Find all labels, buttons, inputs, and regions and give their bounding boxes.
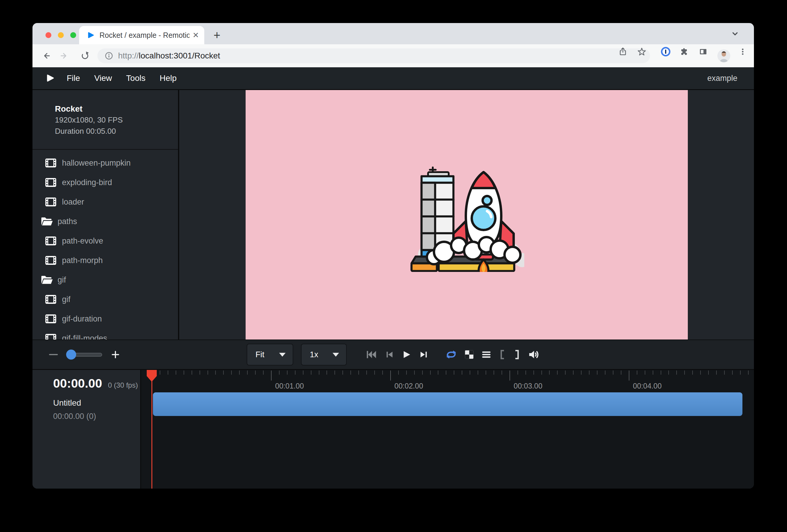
- volume-icon[interactable]: [528, 349, 540, 360]
- playhead-line: [151, 370, 152, 489]
- video-canvas[interactable]: [246, 90, 688, 340]
- sidebar-item-paths[interactable]: paths: [33, 212, 178, 231]
- chevron-down-icon: [279, 353, 286, 357]
- film-icon: [45, 333, 57, 340]
- site-info-icon[interactable]: [105, 51, 113, 60]
- next-frame-icon[interactable]: [419, 349, 429, 360]
- ruler-time-label: 00:02.00: [395, 382, 423, 390]
- timeline-ruler[interactable]: [152, 370, 754, 375]
- remotion-logo-icon[interactable]: [45, 73, 55, 83]
- transport-buttons: [366, 349, 429, 360]
- zoom-slider[interactable]: [67, 353, 102, 357]
- sidebar-item-loader[interactable]: loader: [33, 192, 178, 212]
- chevron-down-icon: [333, 353, 339, 357]
- url-bar[interactable]: http://localhost:3001/Rocket: [98, 48, 650, 63]
- sidebar-item-label: halloween-pumpkin: [62, 158, 131, 168]
- browser-toolbar: http://localhost:3001/Rocket: [33, 44, 754, 67]
- ruler-time-label: 00:01.00: [275, 382, 304, 390]
- sidebar-item-halloween-pumpkin[interactable]: halloween-pumpkin: [33, 153, 178, 173]
- zoom-in-icon[interactable]: [111, 350, 120, 359]
- maximize-window-button[interactable]: [70, 32, 76, 38]
- bookmark-star-icon[interactable]: [637, 47, 646, 57]
- browser-window: Rocket / example - Remotion Prev ✕ + htt…: [33, 23, 754, 489]
- url-text: http://localhost:3001/Rocket: [118, 51, 220, 61]
- playback-rate-select[interactable]: 1x: [301, 344, 347, 365]
- current-frame-label: 0 (30 fps): [108, 381, 138, 389]
- browser-tab[interactable]: Rocket / example - Remotion Prev ✕: [79, 26, 204, 44]
- track-name[interactable]: Untitled: [53, 398, 140, 408]
- new-tab-button[interactable]: +: [210, 28, 225, 43]
- folder-open-icon: [40, 216, 54, 227]
- film-icon: [45, 314, 57, 324]
- menu-tools[interactable]: Tools: [126, 73, 145, 83]
- menu-file[interactable]: File: [67, 73, 80, 83]
- track-range: 00:00.00 (0): [53, 412, 140, 421]
- tab-strip: Rocket / example - Remotion Prev ✕ +: [33, 23, 754, 44]
- tab-title: Rocket / example - Remotion Prev: [100, 31, 190, 40]
- rocket-illustration: [409, 157, 524, 272]
- close-window-button[interactable]: [45, 32, 51, 38]
- share-icon[interactable]: [618, 47, 628, 57]
- current-timecode: 00:00.00: [53, 377, 102, 390]
- sidebar-item-label: exploding-bird: [62, 178, 112, 187]
- ruler-second-tick: 00:02.00: [390, 370, 391, 381]
- side-panel-icon[interactable]: [698, 47, 708, 57]
- transparency-checkerboard-icon[interactable]: [464, 349, 474, 360]
- zoom-slider-thumb[interactable]: [66, 349, 76, 360]
- sidebar-item-path-evolve[interactable]: path-evolve: [33, 231, 178, 251]
- minimize-window-button[interactable]: [58, 32, 64, 38]
- canvas-size-select[interactable]: Fit: [247, 344, 293, 365]
- composition-resolution: 1920x1080, 30 FPS: [55, 114, 172, 126]
- timeline-info-panel: 00:00.00 0 (30 fps) Untitled 00:00.00 (0…: [33, 370, 141, 489]
- film-icon: [45, 197, 57, 207]
- composition-list: halloween-pumpkinexploding-birdloaderpat…: [33, 150, 178, 340]
- composition-title: Rocket: [55, 104, 172, 114]
- film-icon: [45, 177, 57, 188]
- previous-frame-icon[interactable]: [384, 349, 394, 360]
- tab-close-icon[interactable]: ✕: [192, 31, 199, 40]
- timeline-sequence-bar[interactable]: [153, 392, 742, 416]
- timeline-zoom-controls: [49, 340, 120, 369]
- sidebar-item-gif[interactable]: gif: [33, 270, 178, 290]
- sidebar-item-exploding-bird[interactable]: exploding-bird: [33, 173, 178, 192]
- folder-open-icon: [40, 275, 54, 285]
- browser-menu-icon[interactable]: [738, 47, 747, 57]
- chevron-down-icon[interactable]: [730, 29, 740, 38]
- ruler-time-label: 00:03.00: [514, 382, 542, 390]
- sidebar-item-gif-duration[interactable]: gif-duration: [33, 309, 178, 328]
- out-point-bracket-icon[interactable]: [513, 349, 521, 360]
- screen: Rocket / example - Remotion Prev ✕ + htt…: [0, 0, 787, 532]
- timeline-rows-icon[interactable]: [482, 349, 491, 360]
- menu-help[interactable]: Help: [160, 73, 177, 83]
- film-icon: [45, 294, 57, 304]
- film-icon: [45, 236, 57, 246]
- timeline-panel: 00:00.00 0 (30 fps) Untitled 00:00.00 (0…: [33, 370, 754, 489]
- film-icon: [45, 158, 57, 168]
- loop-icon[interactable]: [445, 349, 457, 360]
- sidebar-item-gif[interactable]: gif: [33, 290, 178, 309]
- reload-icon[interactable]: [80, 51, 90, 61]
- password-manager-extension-icon[interactable]: [660, 46, 671, 57]
- zoom-out-icon[interactable]: [49, 354, 58, 355]
- speed-select-value: 1x: [310, 350, 319, 359]
- sidebar-item-gif-fill-modes[interactable]: gif-fill-modes: [33, 328, 178, 340]
- profile-avatar[interactable]: [717, 49, 730, 62]
- in-point-bracket-icon[interactable]: [498, 349, 506, 360]
- jump-to-start-icon[interactable]: [366, 349, 377, 360]
- sidebar-item-path-morph[interactable]: path-morph: [33, 251, 178, 270]
- composition-duration: Duration 00:05.00: [55, 126, 172, 137]
- sidebar-item-label: paths: [58, 217, 77, 226]
- sidebar-item-label: path-evolve: [62, 236, 103, 246]
- timeline-track-area[interactable]: 00:01.0000:02.0000:03.0000:04.00: [141, 370, 754, 489]
- forward-icon[interactable]: [60, 51, 69, 61]
- back-icon[interactable]: [41, 51, 51, 61]
- sidebar-item-label: loader: [62, 197, 84, 207]
- extensions-puzzle-icon[interactable]: [680, 47, 689, 57]
- ruler-second-tick: 00:04.00: [629, 370, 630, 381]
- toggle-buttons: [445, 349, 540, 360]
- compositions-sidebar: Rocket 1920x1080, 30 FPS Duration 00:05.…: [33, 90, 179, 340]
- composition-info: Rocket 1920x1080, 30 FPS Duration 00:05.…: [33, 90, 178, 137]
- menu-view[interactable]: View: [94, 73, 112, 83]
- play-icon[interactable]: [401, 349, 412, 360]
- ruler-second-tick: 00:01.00: [271, 370, 272, 381]
